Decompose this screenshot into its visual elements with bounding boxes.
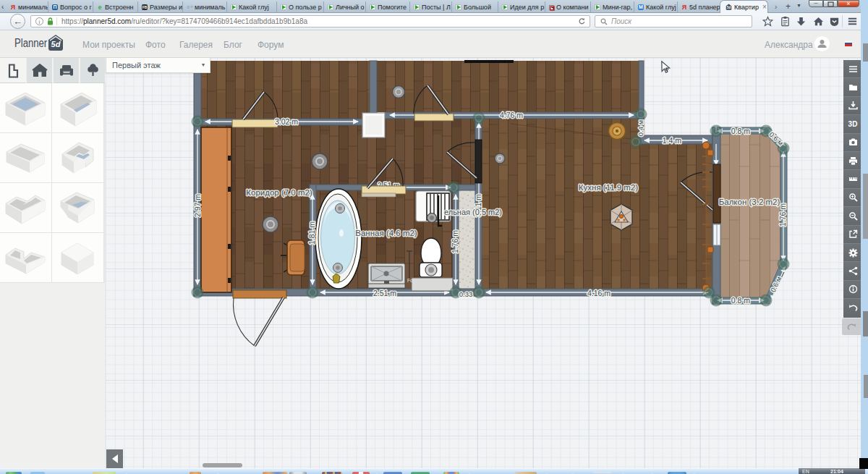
svg-text:4.16 m: 4.16 m <box>587 289 610 297</box>
svg-text:2.51 m: 2.51 m <box>373 289 396 297</box>
svg-text:2.97 m: 2.97 m <box>193 194 202 217</box>
svg-text:3.02 m: 3.02 m <box>275 117 298 126</box>
svg-text:0.4 м: 0.4 м <box>637 120 644 136</box>
svg-text:0.33: 0.33 <box>459 290 473 298</box>
svg-text:5d: 5d <box>51 40 61 48</box>
svg-text:1.81 m: 1.81 m <box>307 221 316 245</box>
svg-text:0.8 m: 0.8 m <box>731 127 751 135</box>
svg-text:5d: 5d <box>727 6 731 9</box>
svg-text:1.4 m: 1.4 m <box>663 136 682 145</box>
svg-text:Ванная (4.6 m2): Ванная (4.6 m2) <box>355 229 417 237</box>
svg-text:ельная (0.5 m2): ельная (0.5 m2) <box>444 208 502 216</box>
svg-text:4.76 m: 4.76 m <box>500 111 523 119</box>
svg-text:Кухня (11.9 m2): Кухня (11.9 m2) <box>579 183 639 192</box>
svg-text:0.8 m: 0.8 m <box>731 296 751 305</box>
svg-text:1.76 m: 1.76 m <box>451 230 459 253</box>
svg-text:Балкон (3.2 m2): Балкон (3.2 m2) <box>719 198 780 206</box>
svg-text:1.76 m: 1.76 m <box>778 203 787 227</box>
svg-text:Коридор (7.0 m2): Коридор (7.0 m2) <box>246 188 312 197</box>
svg-text:Fo: Fo <box>407 278 413 283</box>
